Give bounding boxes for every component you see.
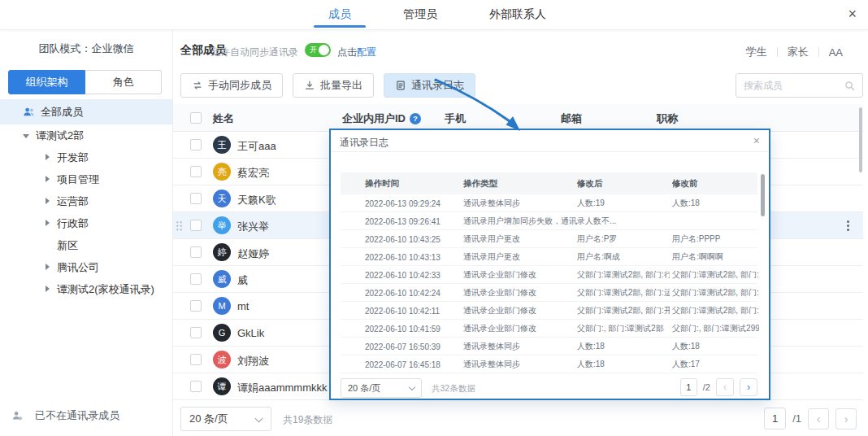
manual-sync-button[interactable]: 手动同步成员 [180, 73, 283, 98]
role-links: 学生家长AA [746, 45, 843, 59]
sidebar-item-dev-dept[interactable]: 开发部 [0, 146, 172, 168]
auto-sync-toggle[interactable]: 开 [305, 43, 331, 57]
page-total-label: /1 [792, 412, 801, 425]
row-checkbox[interactable] [190, 246, 202, 258]
tab-members[interactable]: 成员 [323, 0, 356, 30]
log-after: 人数:18 [577, 341, 670, 352]
tab-bar: 成员管理员外部联系人 × [0, 0, 868, 30]
header-link-2[interactable]: AA [829, 46, 843, 59]
log-time: 2022-06-07 16:45:18 [365, 360, 441, 368]
chevron-down-icon [23, 132, 30, 139]
member-name: 谭娟aaammmmkkk [237, 381, 328, 395]
tab-external-contacts[interactable]: 外部联系人 [484, 0, 551, 30]
sidebar-item-label: 开发部 [57, 150, 89, 165]
log-time: 2022-06-10 10:42:24 [365, 288, 441, 297]
members-footer: 20 条/页 共19条数据 /1 ‹ › [173, 407, 863, 431]
row-checkbox[interactable] [190, 166, 202, 177]
pagination: /1 ‹ › [764, 408, 857, 429]
log-after: 人数:18 [577, 359, 670, 370]
log-column-header: 修改后 [577, 178, 670, 190]
select-all-checkbox[interactable] [190, 112, 202, 124]
sidebar-item-project-mgmt[interactable]: 项目管理 [0, 168, 172, 190]
batch-export-label: 批量导出 [320, 78, 362, 93]
click-configure-link[interactable]: 点击配置 [337, 46, 376, 59]
log-after: 父部门:谭测试2部, 部门:行政部 [577, 269, 670, 281]
log-before: 父部门:谭测试2部, 部门:49999 [672, 269, 759, 281]
member-name: 张兴举 [237, 220, 269, 234]
close-icon[interactable]: × [848, 6, 857, 22]
sidebar-item-admin-dept[interactable]: 行政部 [0, 212, 172, 234]
log-type: 通讯录用户更改 [463, 233, 520, 245]
org-structure-button[interactable]: 组织架构 [8, 70, 85, 94]
manual-sync-label: 手动同步成员 [208, 78, 271, 93]
log-table-header: 操作时间操作类型修改后修改前 [341, 172, 757, 194]
log-type: 通讯录用户增加同步失败，通讯录人数不... [463, 216, 756, 227]
sidebar-item-new-district[interactable]: 新区 [0, 234, 172, 256]
log-after: 父部门:谭测试2部, 部门:运营部 [577, 287, 670, 299]
log-time: 2022-06-10 10:43:13 [365, 252, 441, 261]
row-checkbox[interactable] [190, 300, 202, 312]
sidebar-item-all-members[interactable]: 全部成员 [0, 99, 172, 124]
log-icon [395, 80, 406, 91]
total-count-label: 共19条数据 [283, 413, 332, 427]
row-checkbox[interactable] [190, 139, 202, 150]
sidebar-item-tencent[interactable]: 腾讯公司 [0, 256, 172, 278]
tab-list: 成员管理员外部联系人 [323, 0, 551, 30]
not-in-contacts-label: 已不在通讯录成员 [35, 408, 119, 423]
avatar: 威 [213, 270, 231, 288]
row-checkbox[interactable] [190, 381, 202, 392]
header-link-0[interactable]: 学生 [746, 45, 767, 59]
avatar: 波 [213, 351, 231, 368]
sidebar-item-tan-test-2-dept[interactable]: 谭测试2部 [0, 124, 172, 146]
log-time: 2022-06-13 09:26:41 [365, 216, 441, 225]
chevron-right-icon [44, 154, 51, 161]
sidebar-item-label: 运营部 [57, 194, 89, 209]
search-icon[interactable] [844, 80, 856, 95]
modal-page-number-input[interactable] [680, 378, 697, 396]
log-type: 通讯录企业部门修改 [463, 287, 536, 299]
batch-export-button[interactable]: 批量导出 [293, 73, 374, 98]
toggle-knob [319, 45, 329, 55]
row-checkbox[interactable] [190, 354, 202, 365]
sync-icon [192, 80, 203, 91]
table-scrollbar[interactable] [859, 107, 862, 172]
sidebar-item-label: 谭测试2部 [36, 129, 84, 143]
prev-page-button[interactable]: ‹ [808, 408, 829, 429]
avatar: G [213, 324, 231, 342]
log-before: 人数:18 [672, 341, 759, 352]
org-tree: 全部成员谭测试2部开发部项目管理运营部行政部新区腾讯公司谭测试2(家校通讯录) [0, 99, 172, 300]
log-time: 2022-06-10 10:41:59 [365, 324, 441, 333]
not-in-contacts-entry[interactable]: 已不在通讯录成员 [11, 408, 119, 423]
log-time: 2022-06-13 09:29:24 [365, 198, 441, 207]
screen: 成员管理员外部联系人 × 团队模式：企业微信 组织架构 角色 全部成员谭测试2部… [0, 0, 868, 436]
row-checkbox[interactable] [190, 327, 202, 338]
page-size-select[interactable]: 20 条/页 [180, 407, 271, 431]
role-button[interactable]: 角色 [85, 70, 162, 94]
log-before: 人数:17 [672, 359, 759, 370]
avatar: M [213, 297, 231, 315]
contact-log-button[interactable]: 通讯录日志 [384, 73, 475, 98]
more-actions-icon[interactable] [847, 225, 849, 227]
chevron-right-icon [44, 264, 51, 271]
row-checkbox[interactable] [190, 273, 202, 285]
tab-admins[interactable]: 管理员 [398, 0, 442, 30]
log-time: 2022-06-10 10:42:33 [365, 270, 441, 279]
sidebar-item-operations-dept[interactable]: 运营部 [0, 190, 172, 212]
modal-page-size-select[interactable]: 20 条/页 [341, 378, 422, 398]
header-link-1[interactable]: 家长 [788, 45, 809, 59]
divider [777, 47, 778, 57]
help-icon[interactable]: ? [410, 113, 421, 124]
row-checkbox[interactable] [190, 220, 202, 231]
modal-prev-page-button[interactable]: ‹ [716, 378, 734, 396]
member-name: 威 [237, 273, 248, 288]
page-number-input[interactable] [764, 408, 786, 429]
drag-handle-icon[interactable] [176, 220, 183, 232]
log-row: 2022-06-10 10:43:25通讯录用户更改用户名:P罗用户名:PPPP [341, 230, 757, 248]
sidebar-item-tan-test-2-school[interactable]: 谭测试2(家校通讯录) [0, 278, 172, 300]
search-input[interactable] [744, 75, 841, 96]
row-checkbox[interactable] [190, 193, 202, 204]
modal-next-page-button[interactable]: › [740, 378, 757, 396]
modal-scrollbar[interactable] [761, 174, 765, 216]
modal-close-icon[interactable]: × [753, 134, 760, 147]
next-page-button[interactable]: › [835, 408, 857, 429]
